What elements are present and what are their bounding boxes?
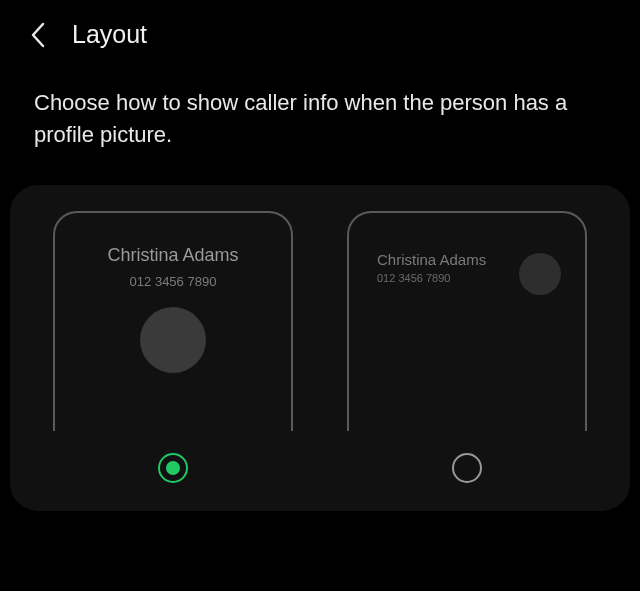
back-icon[interactable] <box>24 21 52 49</box>
phone-preview-compact: Christina Adams 012 3456 7890 <box>347 211 587 431</box>
phone-preview-centered: Christina Adams 012 3456 7890 <box>53 211 293 431</box>
header: Layout <box>0 0 640 65</box>
layout-options-panel: Christina Adams 012 3456 7890 Christina … <box>10 185 630 511</box>
avatar-icon <box>140 307 206 373</box>
layout-option-centered[interactable]: Christina Adams 012 3456 7890 <box>53 211 293 483</box>
radio-unselected-icon[interactable] <box>452 453 482 483</box>
radio-selected-icon[interactable] <box>158 453 188 483</box>
layout-option-compact[interactable]: Christina Adams 012 3456 7890 <box>347 211 587 483</box>
preview-caller-name: Christina Adams <box>377 251 486 268</box>
preview-caller-name: Christina Adams <box>107 245 238 266</box>
preview-caller-number: 012 3456 7890 <box>130 274 217 289</box>
avatar-icon <box>519 253 561 295</box>
preview-caller-number: 012 3456 7890 <box>377 272 486 284</box>
description-text: Choose how to show caller info when the … <box>0 65 640 185</box>
page-title: Layout <box>72 20 147 49</box>
